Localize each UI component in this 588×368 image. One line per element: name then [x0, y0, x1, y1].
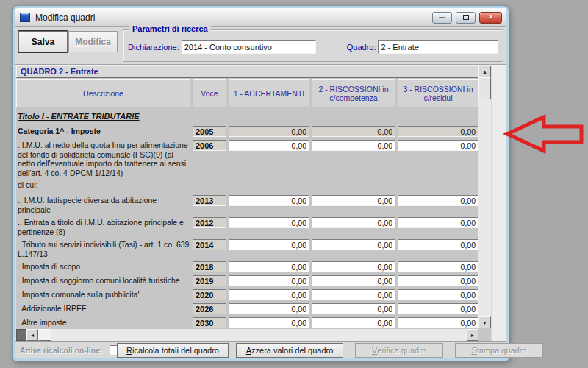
row-description: Categoria 1^ - Imposte: [16, 126, 190, 136]
scroll-up-icon[interactable]: ▲: [478, 66, 491, 77]
online-recalc-label: Attiva ricalcoli on-line:: [20, 346, 103, 355]
close-button[interactable]: ✕: [479, 12, 502, 24]
voce-field: [193, 275, 226, 286]
salva-button[interactable]: Salva: [18, 31, 68, 52]
row-description: . Altre imposte: [16, 317, 190, 328]
table-row: .. I.M.U. fattispecie diversa da abitazi…: [16, 195, 478, 214]
accertamenti-field[interactable]: [229, 275, 309, 286]
riscossioni-competenza-field[interactable]: [312, 239, 395, 250]
riscossioni-competenza-field[interactable]: [312, 140, 395, 151]
riscossioni-residui-field[interactable]: [398, 217, 478, 228]
voce-field: [193, 303, 226, 314]
scroll-down-icon[interactable]: ▼: [478, 316, 491, 328]
dichiarazione-label: Dichiarazione:: [128, 43, 179, 52]
horizontal-scrollbar-track[interactable]: [51, 329, 467, 341]
window-title: Modifica quadri: [35, 13, 95, 23]
accertamenti-field[interactable]: [229, 217, 309, 228]
accertamenti-field: [229, 126, 309, 137]
riscossioni-competenza-field[interactable]: [312, 303, 395, 314]
accertamenti-field[interactable]: [229, 140, 309, 151]
scroll-right-icon[interactable]: ►: [467, 329, 478, 341]
stampa-button: Stampa quadro: [455, 343, 543, 358]
riscossioni-residui-field[interactable]: [398, 261, 478, 272]
scroll-left-icon[interactable]: ◄: [26, 329, 38, 341]
search-params-groupbox: Parametri di ricerca Dichiarazione: Quad…: [123, 29, 503, 62]
dichiarazione-input[interactable]: [182, 40, 316, 54]
maximize-button[interactable]: [456, 12, 476, 24]
table-row: . Tributo sui servizi indivisibili (Tasi…: [16, 239, 478, 258]
riscossioni-residui-field[interactable]: [398, 239, 478, 250]
titlebar[interactable]: Modifica quadri — ✕: [15, 8, 506, 27]
voce-field: [193, 126, 226, 137]
riscossioni-competenza-field[interactable]: [312, 195, 395, 206]
right-inner-strip: [492, 66, 506, 341]
accertamenti-field[interactable]: [229, 303, 309, 314]
vertical-scrollbar-thumb[interactable]: [478, 77, 491, 99]
riscossioni-competenza-field[interactable]: [312, 275, 395, 286]
quadro-band-title: QUADRO 2 - Entrate: [16, 66, 478, 78]
table-row: . Addizionale IRPEF: [16, 303, 478, 314]
table-row: . Imposta di soggiorno comuni località t…: [16, 275, 478, 286]
groupbox-legend: Parametri di ricerca: [129, 24, 211, 33]
red-arrow-annotation: [503, 113, 585, 157]
di-cui-label: di cui:: [18, 180, 478, 189]
voce-field: [193, 140, 226, 151]
section-title: Titolo I - ENTRATE TRIBUTARIE: [18, 112, 478, 121]
table-rows: Titolo I - ENTRATE TRIBUTARIECategoria 1…: [16, 110, 478, 329]
row-description: . Imposta di scopo: [16, 261, 190, 272]
riscossioni-residui-field[interactable]: [398, 289, 478, 300]
column-header-1: Voce: [193, 79, 226, 107]
desktop: { "colors": { "accent_navy": "#2323a2", …: [0, 0, 588, 368]
voce-field: [193, 195, 226, 206]
modifica-button: Modifica: [68, 31, 118, 52]
voce-field: [193, 261, 226, 272]
riscossioni-residui-field: [398, 126, 478, 137]
column-header-0: Descrizione: [16, 79, 190, 107]
row-description: . Addizionale IRPEF: [16, 303, 190, 314]
accertamenti-field[interactable]: [229, 317, 309, 328]
modifica-quadri-window: Modifica quadri — ✕ Salva Modifica Param…: [13, 6, 509, 361]
riscossioni-residui-field[interactable]: [398, 140, 478, 151]
quadro-input[interactable]: [378, 40, 498, 54]
row-description: . Imposta comunale sulla pubblicita': [16, 289, 190, 300]
riscossioni-competenza-field[interactable]: [312, 261, 395, 272]
table-row: . I.M.U. al netto della quota Imu per al…: [16, 140, 478, 177]
table-row: .. Entrata a titolo di I.M.U. abitazione…: [16, 217, 478, 236]
row-description: . Tributo sui servizi indivisibili (Tasi…: [16, 239, 190, 258]
table-row: Categoria 1^ - Imposte: [16, 126, 478, 137]
scrollbar-corner-box[interactable]: [16, 329, 26, 341]
riscossioni-competenza-field[interactable]: [312, 289, 395, 300]
riscossioni-competenza-field[interactable]: [312, 317, 395, 328]
app-icon: [20, 13, 30, 22]
riscossioni-residui-field[interactable]: [398, 275, 478, 286]
column-header-3: 2 - RISCOSSIONI in c/competenza: [312, 79, 395, 107]
table-header-row: DescrizioneVoce1 - ACCERTAMENTI2 - RISCO…: [16, 79, 478, 107]
row-description: .. I.M.U. fattispecie diversa da abitazi…: [16, 195, 190, 214]
accertamenti-field[interactable]: [229, 261, 309, 272]
azzera-button[interactable]: Azzera valori del quadro: [236, 343, 343, 358]
minimize-button[interactable]: —: [432, 12, 452, 24]
voce-field: [193, 289, 226, 300]
quadro-table: QUADRO 2 - Entrate DescrizioneVoce1 - AC…: [16, 66, 491, 341]
quadro-label: Quadro:: [347, 43, 376, 52]
ricalcola-button[interactable]: Ricalcola totali del quadro: [117, 343, 229, 358]
riscossioni-residui-field[interactable]: [398, 303, 478, 314]
accertamenti-field[interactable]: [229, 195, 309, 206]
table-row: . Altre imposte: [16, 317, 478, 328]
riscossioni-competenza-field: [312, 126, 395, 137]
column-header-4: 3 - RISCOSSIONI in c/residui: [398, 79, 478, 107]
horizontal-scrollbar[interactable]: ◄ ►: [16, 329, 478, 341]
vertical-scrollbar[interactable]: ▲ ▼: [478, 66, 491, 328]
accertamenti-field[interactable]: [229, 239, 309, 250]
column-header-2: 1 - ACCERTAMENTI: [229, 79, 309, 107]
accertamenti-field[interactable]: [229, 289, 309, 300]
verifica-button: Verifica quadro: [355, 343, 443, 358]
voce-field: [193, 217, 226, 228]
riscossioni-competenza-field[interactable]: [312, 217, 395, 228]
footer-bar: Attiva ricalcoli on-line: Ricalcola tota…: [15, 341, 506, 358]
voce-field: [193, 317, 226, 328]
riscossioni-residui-field[interactable]: [398, 317, 478, 328]
horizontal-scrollbar-thumb[interactable]: [38, 329, 51, 341]
riscossioni-residui-field[interactable]: [398, 195, 478, 206]
toolbar: Salva Modifica Parametri di ricerca Dich…: [15, 27, 506, 64]
